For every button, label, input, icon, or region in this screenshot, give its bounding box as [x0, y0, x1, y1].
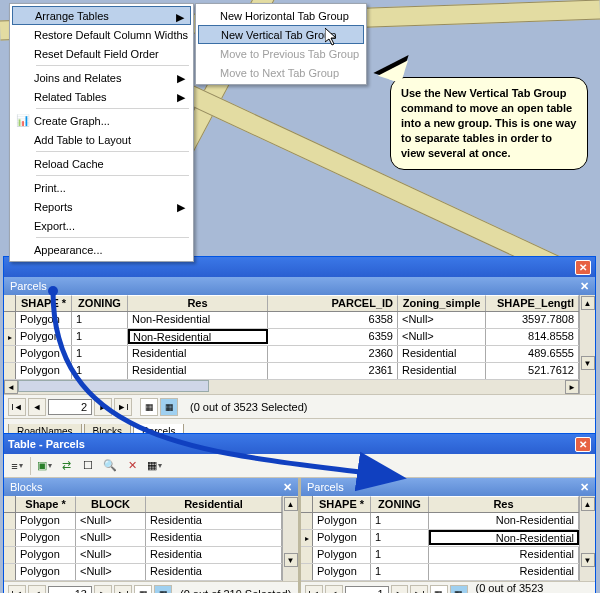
toolbar-menu-icon[interactable]: ≡ [8, 457, 26, 475]
show-all-records[interactable]: ▦ [430, 585, 448, 594]
col-res[interactable]: Res [429, 496, 579, 512]
inner-close-icon[interactable]: ✕ [580, 280, 589, 293]
cell[interactable]: Non-Residential [429, 530, 579, 545]
vscroll-down[interactable]: ▼ [581, 356, 595, 370]
cell[interactable]: Residential [429, 547, 579, 563]
nav-prev[interactable]: ◄ [28, 398, 46, 416]
cell[interactable]: Polygon [16, 547, 76, 563]
menu-export[interactable]: Export... [12, 216, 191, 235]
cell[interactable]: Residentia [146, 513, 282, 529]
menu-new-horizontal-tab-group[interactable]: New Horizontal Tab Group [198, 6, 364, 25]
nav-first[interactable]: I◄ [305, 585, 323, 594]
show-all-records[interactable]: ▦ [134, 585, 152, 594]
menu-reset-field-order[interactable]: Reset Default Field Order [12, 44, 191, 63]
cell[interactable]: Polygon [16, 564, 76, 580]
row-marker[interactable]: ▸ [301, 530, 313, 546]
row-marker[interactable] [4, 530, 16, 546]
cell[interactable]: Residentia [146, 547, 282, 563]
row-marker[interactable] [4, 363, 16, 379]
cell[interactable]: Residentia [146, 564, 282, 580]
table-row[interactable]: Polygon1Residential [301, 547, 579, 564]
table-row[interactable]: Polygon<Null>Residentia [4, 564, 282, 581]
cell[interactable]: 1 [371, 530, 429, 546]
cell[interactable]: Polygon [313, 530, 371, 546]
row-marker[interactable] [4, 346, 16, 362]
inner-close-icon[interactable]: ✕ [580, 481, 589, 494]
menu-restore-column-widths[interactable]: Restore Default Column Widths [12, 25, 191, 44]
close-button[interactable]: ✕ [575, 260, 591, 275]
cell[interactable]: Polygon [313, 513, 371, 529]
col-shape[interactable]: SHAPE * [313, 496, 371, 512]
cell[interactable]: 1 [371, 513, 429, 529]
row-marker[interactable] [4, 513, 16, 529]
cell[interactable]: <Null> [76, 547, 146, 563]
nav-first[interactable]: I◄ [8, 398, 26, 416]
col-shape-length[interactable]: SHAPE_Lengtl [486, 295, 579, 311]
page-number-input[interactable] [345, 586, 389, 594]
nav-first[interactable]: I◄ [8, 585, 26, 594]
col-zoning[interactable]: ZONING [371, 496, 429, 512]
context-menu-arrange-tables: New Horizontal Tab Group New Vertical Ta… [195, 3, 367, 85]
table-row[interactable]: Polygon1Non-Residential [301, 513, 579, 530]
menu-reports[interactable]: Reports▶ [12, 197, 191, 216]
cell[interactable]: 521.7612 [486, 363, 579, 379]
cell[interactable]: Polygon [16, 513, 76, 529]
nav-next[interactable]: ► [391, 585, 409, 594]
nav-next[interactable]: ► [94, 585, 112, 594]
cell[interactable]: Polygon [313, 547, 371, 563]
row-marker[interactable] [301, 513, 313, 529]
cell[interactable]: 814.8558 [486, 329, 579, 345]
grid-blocks[interactable]: Shape * BLOCK Residential Polygon<Null>R… [4, 496, 282, 581]
cell[interactable]: Residential [429, 564, 579, 580]
menu-related-tables[interactable]: Related Tables▶ [12, 87, 191, 106]
show-selected-records[interactable]: ▦ [450, 585, 468, 594]
menu-label: Arrange Tables [35, 10, 109, 22]
menu-reload-cache[interactable]: Reload Cache [12, 154, 191, 173]
cell[interactable]: 1 [371, 547, 429, 563]
vscroll[interactable]: ▲▼ [579, 295, 595, 394]
row-marker[interactable] [301, 547, 313, 563]
cell[interactable]: Polygon [313, 564, 371, 580]
row-marker[interactable]: ▸ [4, 329, 16, 345]
nav-last[interactable]: ►I [114, 585, 132, 594]
col-residential[interactable]: Residential [146, 496, 282, 512]
cell[interactable]: <Null> [76, 564, 146, 580]
close-button[interactable]: ✕ [575, 437, 591, 452]
row-marker[interactable] [4, 312, 16, 328]
show-selected-records[interactable]: ▦ [154, 585, 172, 594]
cell[interactable]: <Null> [76, 513, 146, 529]
row-marker[interactable] [301, 564, 313, 580]
cell[interactable]: Polygon [16, 530, 76, 546]
nav-last[interactable]: ►I [410, 585, 428, 594]
menu-print[interactable]: Print... [12, 178, 191, 197]
vscroll[interactable]: ▲▼ [282, 496, 298, 581]
cell[interactable]: 1 [371, 564, 429, 580]
menu-arrange-tables[interactable]: Arrange Tables ▶ [12, 6, 191, 25]
cell[interactable]: <Null> [76, 530, 146, 546]
menu-joins-relates[interactable]: Joins and Relates▶ [12, 68, 191, 87]
col-block[interactable]: BLOCK [76, 496, 146, 512]
page-number-input[interactable] [48, 586, 92, 594]
vscroll-up[interactable]: ▲ [581, 296, 595, 310]
nav-prev[interactable]: ◄ [325, 585, 343, 594]
nav-prev[interactable]: ◄ [28, 585, 46, 594]
hscroll-right[interactable]: ► [565, 380, 579, 394]
cell[interactable]: Non-Residential [429, 513, 579, 529]
cell[interactable]: 489.6555 [486, 346, 579, 362]
table-row[interactable]: ▸Polygon1Non-Residential [301, 530, 579, 547]
menu-appearance[interactable]: Appearance... [12, 240, 191, 259]
cell[interactable]: 3597.7808 [486, 312, 579, 328]
menu-add-table-layout[interactable]: Add Table to Layout [12, 130, 191, 149]
col-shape[interactable]: Shape * [16, 496, 76, 512]
menu-create-graph[interactable]: 📊Create Graph... [12, 111, 191, 130]
table-row[interactable]: Polygon<Null>Residentia [4, 530, 282, 547]
row-marker[interactable] [4, 547, 16, 563]
cell[interactable]: Residentia [146, 530, 282, 546]
hscroll-left[interactable]: ◄ [4, 380, 18, 394]
row-marker[interactable] [4, 564, 16, 580]
vscroll[interactable]: ▲▼ [579, 496, 595, 581]
table-row[interactable]: Polygon<Null>Residentia [4, 547, 282, 564]
table-row[interactable]: Polygon1Residential [301, 564, 579, 581]
grid-parcels-lower[interactable]: SHAPE * ZONING Res Polygon1Non-Residenti… [301, 496, 579, 581]
table-row[interactable]: Polygon<Null>Residentia [4, 513, 282, 530]
